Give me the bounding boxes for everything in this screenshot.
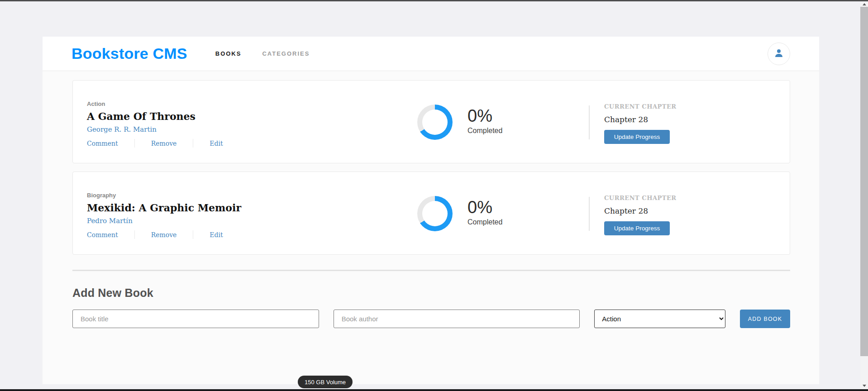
category-select[interactable]: Action: [594, 310, 725, 328]
progress-text: 0% Completed: [467, 198, 502, 226]
progress-ring: [417, 196, 453, 231]
book-card: Biography Mexikid: A Graphic Memoir Pedr…: [72, 172, 790, 255]
window-top-strip: [0, 0, 868, 1]
main-nav: BOOKS CATEGORIES: [215, 50, 310, 57]
current-chapter-label: CURRENT CHAPTER: [604, 195, 677, 201]
scrollbar-thumb[interactable]: [860, 7, 868, 356]
vertical-divider: [589, 197, 590, 231]
edit-link[interactable]: Edit: [210, 140, 223, 147]
window-bottom-strip: [0, 389, 868, 391]
scrollbar[interactable]: [860, 1, 868, 389]
remove-link[interactable]: Remove: [151, 231, 177, 238]
chapter-name: Chapter 28: [604, 206, 677, 215]
link-divider: [193, 230, 193, 239]
update-progress-button[interactable]: Update Progress: [604, 130, 670, 144]
book-info: Action A Game Of Thrones George R. R. Ma…: [87, 100, 223, 148]
chapter-name: Chapter 28: [604, 115, 677, 124]
edit-link[interactable]: Edit: [210, 231, 223, 238]
progress-ring: [417, 105, 453, 140]
book-author: George R. R. Martin: [87, 125, 223, 134]
vertical-divider: [589, 105, 590, 139]
progress-completed-label: Completed: [467, 127, 502, 135]
link-divider: [134, 139, 135, 148]
book-category: Action: [87, 100, 223, 107]
section-divider: [72, 270, 790, 271]
book-card: Action A Game Of Thrones George R. R. Ma…: [72, 80, 790, 163]
book-title-input[interactable]: [72, 310, 319, 328]
add-book-form: Action ADD BOOK: [72, 310, 790, 328]
link-divider: [134, 230, 135, 239]
add-book-button[interactable]: ADD BOOK: [740, 310, 790, 328]
progress-text: 0% Completed: [467, 107, 502, 135]
comment-link[interactable]: Comment: [87, 140, 118, 147]
progress-percent: 0%: [467, 107, 502, 126]
book-title: A Game Of Thrones: [87, 110, 223, 122]
remove-link[interactable]: Remove: [151, 140, 177, 147]
book-title: Mexikid: A Graphic Memoir: [87, 202, 241, 214]
current-chapter-label: CURRENT CHAPTER: [604, 103, 677, 110]
book-actions: Comment Remove Edit: [87, 230, 241, 239]
book-actions: Comment Remove Edit: [87, 139, 223, 148]
book-author: Pedro Martín: [87, 217, 241, 225]
books-list: Action A Game Of Thrones George R. R. Ma…: [43, 71, 819, 328]
nav-books[interactable]: BOOKS: [215, 50, 242, 57]
progress-completed-label: Completed: [467, 218, 502, 226]
progress-percent: 0%: [467, 198, 502, 217]
nav-categories[interactable]: CATEGORIES: [262, 50, 310, 57]
app-header: Bookstore CMS BOOKS CATEGORIES: [43, 37, 819, 71]
chapter-block: CURRENT CHAPTER Chapter 28 Update Progre…: [604, 195, 677, 235]
book-info: Biography Mexikid: A Graphic Memoir Pedr…: [87, 192, 241, 239]
chapter-block: CURRENT CHAPTER Chapter 28 Update Progre…: [604, 103, 677, 144]
user-avatar-button[interactable]: [768, 43, 790, 65]
scroll-down-icon[interactable]: [860, 383, 868, 388]
update-progress-button[interactable]: Update Progress: [604, 221, 670, 235]
scroll-up-icon[interactable]: [860, 1, 868, 7]
comment-link[interactable]: Comment: [87, 231, 118, 238]
add-new-book-heading: Add New Book: [72, 286, 790, 300]
link-divider: [193, 139, 193, 148]
user-icon: [773, 48, 784, 60]
book-category: Biography: [87, 192, 241, 199]
app-logo[interactable]: Bookstore CMS: [72, 45, 187, 62]
app-container: Bookstore CMS BOOKS CATEGORIES Action A …: [43, 37, 819, 384]
book-author-input[interactable]: [334, 310, 580, 328]
volume-notification-badge: 150 GB Volume: [298, 376, 353, 388]
